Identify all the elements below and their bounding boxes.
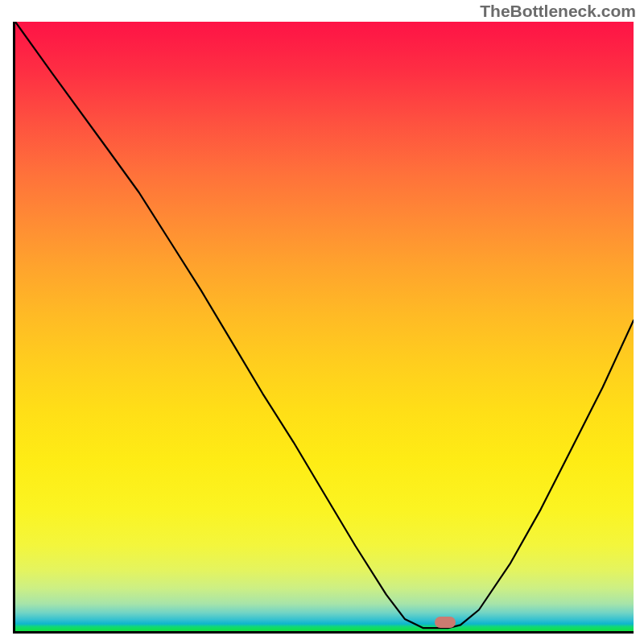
chart-container: TheBottleneck.com bbox=[0, 0, 644, 644]
plot-area bbox=[13, 22, 634, 634]
bottleneck-curve bbox=[15, 22, 634, 628]
watermark-text: TheBottleneck.com bbox=[480, 2, 636, 21]
selected-point-marker bbox=[435, 617, 456, 628]
curve-svg bbox=[15, 22, 634, 631]
